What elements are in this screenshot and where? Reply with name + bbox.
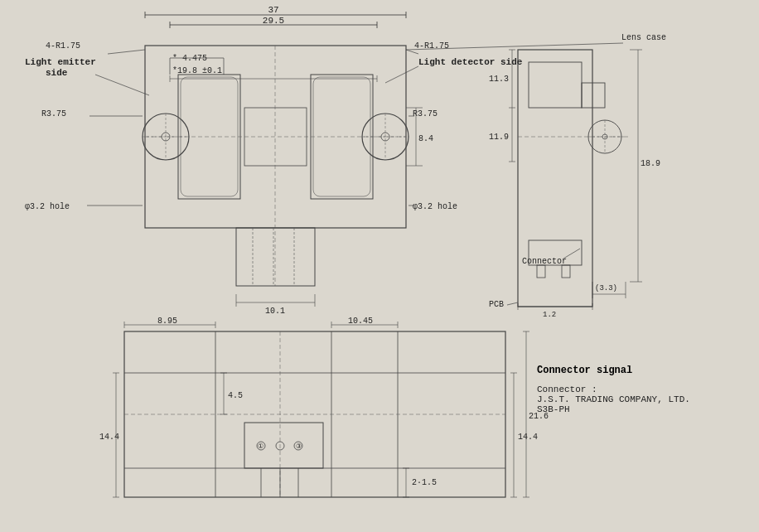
svg-text:10.1: 10.1	[265, 307, 285, 316]
svg-text:PCB: PCB	[489, 300, 504, 309]
svg-text:Lens case: Lens case	[621, 33, 666, 42]
svg-text:Light detector side: Light detector side	[418, 57, 523, 67]
svg-text:14.4: 14.4	[99, 433, 119, 442]
svg-text:③: ③	[296, 443, 302, 450]
svg-text:*  4.475: * 4.475	[172, 54, 207, 63]
svg-text:*19.8 ±0.1: *19.8 ±0.1	[172, 66, 222, 75]
svg-text:2·1.5: 2·1.5	[412, 478, 437, 487]
svg-text:Light emitter: Light emitter	[25, 57, 96, 67]
svg-text:(3.3): (3.3)	[595, 284, 617, 293]
svg-text:R3.75: R3.75	[413, 109, 438, 118]
connector-signal-section: Connector signal Signal name ① Vo ② GND …	[537, 365, 690, 414]
svg-text:4-R1.75: 4-R1.75	[46, 41, 80, 51]
svg-text:11.3: 11.3	[489, 75, 509, 84]
svg-text:11.9: 11.9	[489, 133, 509, 142]
svg-text:14.4: 14.4	[518, 433, 538, 442]
svg-text:18.9: 18.9	[641, 159, 660, 168]
svg-text:φ3.2 hole: φ3.2 hole	[413, 202, 457, 211]
connector-info: Connector : J.S.T. TRADING COMPANY, LTD.…	[537, 384, 690, 414]
svg-text:side: side	[46, 68, 68, 78]
svg-text:8.95: 8.95	[157, 317, 177, 326]
connector-model: S3B-PH	[537, 404, 690, 414]
technical-drawing: 37 29.5	[0, 0, 759, 532]
svg-text:1.2: 1.2	[543, 311, 556, 319]
connector-label: Connector :	[537, 384, 690, 394]
svg-text:φ3.2 hole: φ3.2 hole	[25, 202, 70, 211]
svg-text:8.4: 8.4	[418, 134, 433, 143]
svg-text:29.5: 29.5	[263, 16, 284, 26]
svg-text:4.5: 4.5	[228, 391, 243, 400]
svg-rect-0	[0, 0, 759, 532]
svg-text:R3.75: R3.75	[41, 109, 66, 118]
svg-text:10.45: 10.45	[348, 317, 373, 326]
svg-text:Connector: Connector	[522, 257, 567, 266]
svg-text:①: ①	[258, 443, 263, 450]
connector-signal-title: Connector signal	[537, 365, 690, 376]
main-container: 37 29.5	[0, 0, 759, 532]
connector-company: J.S.T. TRADING COMPANY, LTD.	[537, 394, 690, 404]
svg-text:37: 37	[268, 5, 278, 15]
